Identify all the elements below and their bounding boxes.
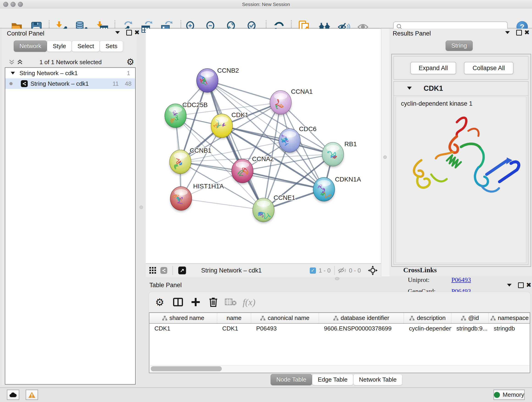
- collection-expander-icon[interactable]: [11, 72, 15, 75]
- column-namespace-icon: [162, 316, 167, 320]
- table-tabs: Node TableEdge TableNetwork Table: [271, 374, 402, 385]
- gene-details: cyclin-dependent kinase 1: [396, 97, 526, 263]
- table-options-gear-icon[interactable]: ⚙: [153, 295, 167, 309]
- memory-status-dot: [494, 392, 500, 398]
- selected-count: 1 - 0: [319, 267, 331, 274]
- gene-description: cyclin-dependent kinase 1: [401, 100, 472, 107]
- edge-HIST1H1A-CCNE1[interactable]: [181, 198, 264, 210]
- show-columns-icon[interactable]: [171, 295, 185, 309]
- table-panel-float-icon[interactable]: [518, 281, 524, 289]
- collapse-all-icon[interactable]: [9, 59, 15, 65]
- table-cell: stringdb: [489, 325, 531, 332]
- control-panel: Control Panel ✖ NetworkStyleSelectSets 1…: [2, 29, 137, 385]
- delete-column-trash-icon[interactable]: [206, 295, 220, 309]
- string-results-container: Expand All Collapse All CDK1 cyclin-depe…: [391, 54, 531, 267]
- column-header-sharedname[interactable]: shared name: [149, 313, 217, 323]
- column-header-databaseidentifier[interactable]: database identifier: [319, 313, 404, 323]
- tab-node-table[interactable]: Node Table: [271, 374, 312, 385]
- table-header-row: shared namenamecanonical namedatabase id…: [149, 313, 530, 324]
- gene-section-header[interactable]: CDK1: [394, 82, 528, 96]
- results-panel-close-icon[interactable]: ✖: [524, 29, 530, 36]
- gene-section: CDK1 cyclin-dependent kinase 1: [394, 81, 528, 265]
- node-CDC6[interactable]: CDC6: [279, 125, 317, 154]
- column-header-id[interactable]: @id: [451, 313, 489, 323]
- results-panel-menu-icon[interactable]: [505, 29, 510, 36]
- grid-view-icon[interactable]: [149, 267, 156, 274]
- edge-CCNB2-CCNA1[interactable]: [207, 80, 281, 102]
- edges[interactable]: [176, 80, 333, 210]
- tab-network[interactable]: Network: [14, 41, 47, 52]
- table-hscrollbar[interactable]: [150, 365, 529, 372]
- control-panel-float-icon[interactable]: [126, 29, 132, 36]
- control-panel-close-icon[interactable]: ✖: [134, 29, 139, 36]
- tab-sets[interactable]: Sets: [100, 41, 123, 52]
- memory-label: Memory: [503, 391, 524, 398]
- network-results-splitter[interactable]: [381, 29, 390, 276]
- hidden-eye-icon: [338, 267, 347, 274]
- control-panel-menu-icon[interactable]: [115, 29, 120, 36]
- column-namespace-icon: [260, 316, 265, 320]
- network-list-options-gear-icon[interactable]: ⚙: [127, 57, 134, 67]
- network-view: CCNB2CCNA1CDC25BCDK1CDC6RB1CCNB1CCNA2CDK…: [146, 29, 381, 277]
- node-label-CCNA1: CCNA1: [291, 88, 313, 95]
- tab-network-table[interactable]: Network Table: [353, 374, 402, 385]
- cloud-status-button[interactable]: [7, 390, 19, 400]
- table-cell: P06493: [251, 325, 319, 332]
- expand-all-button[interactable]: Expand All: [410, 62, 456, 74]
- collapse-all-button[interactable]: Collapse All: [464, 62, 513, 74]
- cloud-icon: [9, 392, 17, 397]
- node-RB1[interactable]: RB1: [322, 140, 357, 167]
- left-splitter-handle[interactable]: [139, 206, 143, 209]
- network-view-title: String Network – cdk1: [201, 267, 262, 274]
- table-cell: CDK1: [217, 325, 251, 332]
- node-HIST1H1A[interactable]: HIST1H1A: [170, 183, 224, 212]
- open-in-window-icon[interactable]: [178, 267, 186, 274]
- network-birdseye-icon[interactable]: [160, 267, 167, 274]
- right-splitter-handle[interactable]: [383, 155, 387, 159]
- section-collapse-icon[interactable]: [407, 87, 412, 89]
- warnings-button[interactable]: [26, 390, 38, 400]
- column-namespace-icon: [409, 316, 414, 320]
- network-row-selected[interactable]: String Network – cdk1 11 48: [5, 78, 135, 89]
- network-edge-count: 48: [125, 80, 132, 87]
- tab-string[interactable]: String: [446, 41, 473, 51]
- gene-name: CDK1: [424, 84, 443, 93]
- main-toolbar: ?: [0, 9, 532, 28]
- control-panel-title: Control Panel: [7, 30, 44, 37]
- node-CCNA1[interactable]: CCNA1: [270, 88, 313, 116]
- node-label-CCNB1: CCNB1: [190, 147, 211, 154]
- table-row[interactable]: CDK1CDK1P064939606.ENSP00000378699cyclin…: [149, 324, 530, 333]
- hidden-count: 0 - 0: [349, 267, 361, 274]
- node-label-HIST1H1A: HIST1H1A: [193, 183, 224, 190]
- network-collection-row[interactable]: String Network – cdk1 1: [5, 68, 135, 78]
- memory-button[interactable]: Memory: [494, 390, 525, 400]
- selected-nodes-checkbox-icon[interactable]: ✓: [310, 268, 316, 274]
- tab-style[interactable]: Style: [47, 41, 72, 52]
- edge-CCNB2-CCNE1[interactable]: [207, 80, 264, 210]
- node-label-CCNB2: CCNB2: [217, 67, 239, 74]
- network-canvas[interactable]: CCNB2CCNA1CDC25BCDK1CDC6RB1CCNB1CCNA2CDK…: [146, 29, 381, 263]
- network-selection-status: 1 of 1 Network selected: [27, 59, 114, 66]
- tab-select[interactable]: Select: [72, 41, 100, 52]
- table-cell: CDK1: [149, 325, 217, 332]
- table-panel-menu-icon[interactable]: [507, 281, 512, 289]
- node-table[interactable]: shared namenamecanonical namedatabase id…: [149, 313, 530, 373]
- pan-tool-icon[interactable]: [368, 265, 378, 275]
- column-header-canonicalname[interactable]: canonical name: [251, 313, 319, 323]
- add-column-icon[interactable]: [189, 295, 203, 309]
- column-namespace-icon: [333, 316, 338, 320]
- node-CCNE1[interactable]: CCNE1: [253, 194, 295, 223]
- tab-edge-table[interactable]: Edge Table: [312, 374, 353, 385]
- table-hscroll-thumb[interactable]: [151, 366, 222, 371]
- column-header-description[interactable]: description: [404, 313, 451, 323]
- column-header-name[interactable]: name: [217, 313, 251, 323]
- node-CDKN1A[interactable]: CDKN1A: [313, 176, 361, 203]
- node-label-CDC25B: CDC25B: [182, 101, 208, 108]
- results-panel-float-icon[interactable]: [516, 29, 522, 36]
- table-panel-close-icon[interactable]: ✖: [526, 281, 531, 289]
- column-header-namespace[interactable]: namespace: [489, 313, 531, 323]
- expand-all-icon[interactable]: [17, 59, 23, 65]
- column-namespace-icon: [491, 316, 496, 320]
- edge-CCNA2-CDKN1A[interactable]: [242, 171, 324, 189]
- node-CCNB1[interactable]: CCNB1: [170, 147, 211, 175]
